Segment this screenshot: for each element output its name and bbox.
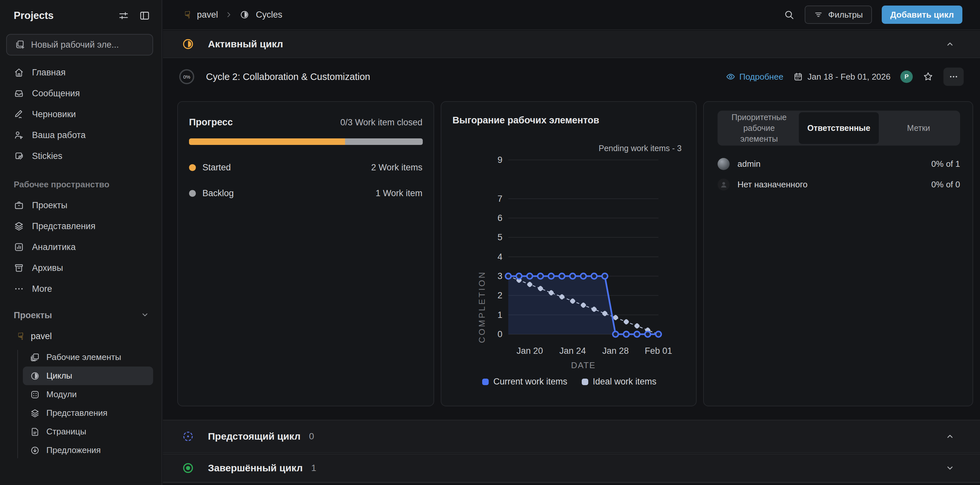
tab-priority-work-items[interactable]: Приоритетные рабочие элементы — [719, 112, 799, 144]
progress-bar-segment — [345, 138, 423, 145]
completed-cycle-section-header[interactable]: Завершённый цикл 1 — [163, 454, 980, 482]
app-root: Projects Новый рабочий эле... Главная — [0, 0, 980, 485]
sidebar-item-more[interactable]: More — [0, 278, 162, 299]
sidebar-item-projects[interactable]: Проекты — [0, 195, 162, 216]
upcoming-cycle-section-header[interactable]: Предстоящий цикл 0 — [163, 420, 980, 453]
svg-text:7: 7 — [498, 194, 503, 204]
chevron-up-icon[interactable] — [945, 431, 955, 442]
layers-icon — [30, 408, 40, 418]
inbox-icon — [14, 88, 24, 99]
project-emoji-icon: ☟ — [185, 9, 190, 21]
modules-icon — [30, 390, 40, 399]
home-icon — [14, 67, 24, 78]
legend-color-chip — [582, 378, 588, 385]
tab-assignees[interactable]: Ответственные — [799, 112, 878, 144]
project-emoji-icon: ☟ — [18, 331, 24, 342]
filters-button[interactable]: Фильтры — [805, 6, 872, 24]
ellipsis-icon — [948, 72, 959, 82]
upcoming-cycle-count: 0 — [309, 431, 314, 442]
archive-box-icon — [14, 263, 24, 273]
eye-icon — [726, 72, 735, 82]
page-icon — [30, 427, 40, 437]
user-icon — [14, 130, 24, 140]
cycle-more-menu-button[interactable] — [943, 68, 964, 86]
unassigned-avatar-icon — [718, 178, 730, 191]
preferences-sliders-icon[interactable] — [118, 10, 130, 22]
sidebar-item-views[interactable]: Представления — [0, 216, 162, 237]
project-nav: Рабочие элементы Циклы Модули Представле… — [23, 348, 153, 460]
assignee-row[interactable]: admin 0% of 1 — [718, 156, 960, 172]
chevron-down-icon[interactable] — [945, 463, 955, 473]
breadcrumb-page[interactable]: Cycles — [256, 10, 282, 20]
sidebar-item-home[interactable]: Главная — [0, 62, 162, 83]
sidebar-item-archives[interactable]: Архивы — [0, 258, 162, 278]
svg-text:Jan 28: Jan 28 — [602, 346, 629, 356]
search-icon[interactable] — [783, 9, 795, 21]
sidebar-item-your-work[interactable]: Ваша работа — [0, 125, 162, 146]
topbar: ☟ pavel Cycles Фильтры Добавить цикл — [163, 0, 980, 30]
svg-text:Jan 20: Jan 20 — [517, 346, 543, 356]
cycle-details-link[interactable]: Подробнее — [726, 72, 783, 82]
sticky-note-icon — [14, 151, 24, 161]
project-item-work-items[interactable]: Рабочие элементы — [23, 348, 153, 367]
cycle-row[interactable]: 0% Cycle 2: Collaboration & Customizatio… — [163, 59, 980, 95]
active-cycle-icon — [182, 38, 194, 50]
tab-labels[interactable]: Метки — [879, 112, 958, 144]
svg-text:2: 2 — [498, 291, 503, 300]
avatar[interactable]: P — [900, 70, 913, 83]
chevron-up-icon[interactable] — [945, 39, 955, 49]
project-item-views[interactable]: Представления — [23, 404, 153, 422]
cycle-date-range[interactable]: Jan 18 - Feb 01, 2026 — [793, 72, 891, 82]
bar-chart-icon — [14, 242, 24, 252]
add-cycle-button[interactable]: Добавить цикл — [882, 6, 963, 24]
progress-summary: 0/3 Work item closed — [340, 118, 422, 127]
more-dots-icon — [14, 284, 24, 294]
svg-text:9: 9 — [498, 155, 503, 165]
new-work-item-icon — [15, 40, 25, 50]
details-tabbar: Приоритетные рабочие элементы Ответствен… — [718, 111, 960, 146]
bottom-strip — [163, 482, 980, 485]
layers-icon — [14, 221, 24, 231]
new-work-item-button[interactable]: Новый рабочий эле... — [6, 34, 153, 56]
calendar-icon — [793, 72, 803, 82]
star-icon[interactable] — [923, 71, 934, 82]
cycle-title[interactable]: Cycle 2: Collaboration & Customization — [206, 72, 370, 82]
collapse-sidebar-icon[interactable] — [139, 10, 151, 22]
projects-section-header[interactable]: Проекты — [14, 306, 150, 324]
chart-legend: Current work itemsIdeal work items — [441, 377, 697, 387]
briefcase-icon — [14, 200, 24, 210]
sidebar-item-drafts[interactable]: Черновики — [0, 104, 162, 125]
project-item-intake[interactable]: Предложения — [23, 441, 153, 460]
sidebar-project-pavel[interactable]: ☟ pavel — [10, 326, 153, 346]
new-work-item-label: Новый рабочий эле... — [31, 40, 119, 50]
breadcrumb-project[interactable]: pavel — [197, 10, 218, 20]
main-area: ☟ pavel Cycles Фильтры Добавить цикл Акт — [163, 0, 980, 485]
cycle-icon — [240, 10, 250, 19]
assignee-row[interactable]: Нет назначенного 0% of 0 — [718, 177, 960, 192]
upcoming-cycle-icon — [182, 430, 194, 442]
project-item-modules[interactable]: Модули — [23, 385, 153, 404]
completed-cycle-count: 1 — [311, 463, 316, 473]
sidebar-item-analytics[interactable]: Аналитика — [0, 237, 162, 258]
project-item-pages[interactable]: Страницы — [23, 422, 153, 441]
sidebar-item-inbox[interactable]: Сообщения — [0, 83, 162, 104]
sidebar: Projects Новый рабочий эле... Главная — [0, 0, 162, 485]
cycle-icon — [30, 371, 40, 381]
svg-text:3: 3 — [498, 271, 503, 281]
sidebar-item-stickies[interactable]: Stickies — [0, 146, 162, 167]
svg-text:Jan 24: Jan 24 — [560, 346, 586, 356]
pen-icon — [14, 109, 24, 119]
tree-guide-line — [17, 350, 18, 458]
project-item-cycles[interactable]: Циклы — [23, 367, 153, 385]
sidebar-header: Projects — [14, 10, 151, 22]
workspace-nav: Проекты Представления Аналитика Архивы M… — [0, 195, 162, 299]
x-axis-label: DATE — [571, 360, 595, 371]
intake-circle-arrow-icon — [30, 445, 40, 455]
burndown-card: Выгорание рабочих элементов Pending work… — [441, 101, 697, 406]
svg-text:1: 1 — [498, 310, 503, 320]
active-cycle-section-header[interactable]: Активный цикл — [163, 31, 980, 58]
progress-legend-started: Started 2 Work items — [189, 161, 422, 174]
svg-text:Feb 01: Feb 01 — [645, 346, 672, 356]
svg-text:6: 6 — [498, 213, 503, 223]
svg-text:5: 5 — [498, 232, 503, 242]
